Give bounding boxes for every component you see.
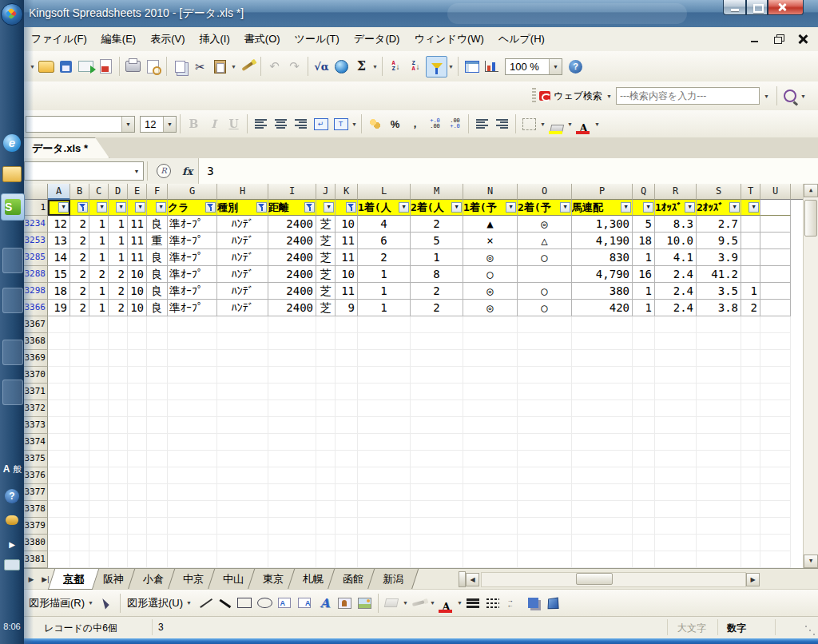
cell-K3377[interactable]: [336, 484, 358, 501]
filter-dropdown-button[interactable]: ▼: [135, 202, 145, 213]
cell-U3379[interactable]: [760, 518, 791, 535]
cell-J3285[interactable]: 芝: [316, 249, 336, 266]
wordart-button[interactable]: A: [315, 593, 335, 613]
cell-C3378[interactable]: [89, 501, 109, 518]
cell-T3380[interactable]: [741, 535, 760, 551]
cell-K3380[interactable]: [336, 535, 358, 551]
cell-G3373[interactable]: [168, 417, 217, 434]
cell-K3378[interactable]: [336, 501, 358, 518]
cell-A3367[interactable]: [48, 316, 70, 333]
cell-Q3378[interactable]: [633, 501, 655, 518]
cell-D3371[interactable]: [109, 384, 128, 400]
cell-T3381[interactable]: [741, 551, 760, 568]
cell-M3379[interactable]: [411, 518, 463, 535]
cell-G3368[interactable]: [168, 333, 217, 350]
threed-button[interactable]: [543, 593, 563, 613]
cell-I3369[interactable]: [268, 350, 316, 367]
menu-item[interactable]: 表示(V): [143, 29, 192, 50]
cell-T3377[interactable]: [741, 484, 760, 501]
cell-N3373[interactable]: [463, 417, 518, 434]
scroll-down-button[interactable]: ▼: [804, 555, 818, 568]
increase-indent-button[interactable]: [492, 114, 512, 134]
cell-E3376[interactable]: [128, 467, 147, 484]
cell-Q3367[interactable]: [633, 316, 655, 333]
cell-H3234[interactable]: ﾊﾝﾃﾞ: [217, 216, 268, 233]
cell-A3374[interactable]: [48, 434, 70, 451]
filter-header-cell-D[interactable]: ▼: [109, 200, 128, 216]
cell-N3379[interactable]: [463, 518, 518, 535]
cell-E3377[interactable]: [128, 484, 147, 501]
filter-header-cell-S[interactable]: 2ｵｯｽﾞ▼: [697, 200, 741, 216]
cell-E3367[interactable]: [128, 316, 147, 333]
row-header[interactable]: 3380: [24, 535, 48, 551]
data-table-button[interactable]: [462, 57, 482, 77]
filter-header-cell-K[interactable]: [336, 200, 358, 216]
name-box[interactable]: ▼: [24, 161, 144, 181]
cell-O3373[interactable]: [518, 417, 572, 434]
cell-T3369[interactable]: [741, 350, 760, 367]
cell-M3381[interactable]: [411, 551, 463, 568]
filter-header-cell-E[interactable]: ▼: [128, 200, 147, 216]
cell-O3375[interactable]: [518, 451, 572, 467]
cell-Q3381[interactable]: [633, 551, 655, 568]
row-header[interactable]: 3369: [24, 350, 48, 367]
cell-E3375[interactable]: [128, 451, 147, 467]
cell-Q3380[interactable]: [633, 535, 655, 551]
cell-R3372[interactable]: [655, 400, 697, 417]
zoom-dropdown-icon[interactable]: ▼: [549, 59, 562, 74]
cell-R3288[interactable]: 2.4: [655, 266, 697, 283]
comma-style-button[interactable]: ，: [405, 114, 425, 134]
cell-I3375[interactable]: [268, 451, 316, 467]
cell-P3380[interactable]: [572, 535, 633, 551]
cell-M3369[interactable]: [411, 350, 463, 367]
row-header[interactable]: 3288: [24, 266, 48, 283]
cell-N3371[interactable]: [463, 384, 518, 400]
cell-P3375[interactable]: [572, 451, 633, 467]
cell-U3234[interactable]: [760, 216, 791, 233]
cell-J3380[interactable]: [316, 535, 336, 551]
cell-B3288[interactable]: 2: [70, 266, 89, 283]
cell-F3367[interactable]: [147, 316, 168, 333]
cell-K3253[interactable]: 11: [336, 233, 358, 249]
cell-K3368[interactable]: [336, 333, 358, 350]
cell-P3369[interactable]: [572, 350, 633, 367]
cell-D3372[interactable]: [109, 400, 128, 417]
cell-O3381[interactable]: [518, 551, 572, 568]
cell-D3369[interactable]: [109, 350, 128, 367]
currency-button[interactable]: [365, 114, 385, 134]
menu-item[interactable]: ウィンドウ(W): [407, 29, 490, 50]
filter-dropdown-button[interactable]: ▼: [399, 202, 409, 213]
cell-M3288[interactable]: 8: [411, 266, 463, 283]
web-search-label-dropdown[interactable]: ▼: [606, 86, 613, 106]
scroll-up-button[interactable]: ▲: [804, 184, 818, 197]
cell-B3373[interactable]: [70, 417, 89, 434]
cell-O3234[interactable]: ◎: [518, 216, 572, 233]
cell-L3378[interactable]: [358, 501, 411, 518]
cell-A3372[interactable]: [48, 400, 70, 417]
cell-E3366[interactable]: 10: [128, 300, 147, 316]
line-style-button[interactable]: [463, 593, 483, 613]
cell-M3368[interactable]: [411, 333, 463, 350]
cell-E3371[interactable]: [128, 384, 147, 400]
cell-J3366[interactable]: 芝: [316, 300, 336, 316]
cut-button[interactable]: ✂: [190, 57, 210, 77]
cell-O3288[interactable]: [518, 266, 572, 283]
cell-A3285[interactable]: 14: [48, 249, 70, 266]
taskbar-window-thumb[interactable]: [2, 288, 23, 313]
cell-R3381[interactable]: [655, 551, 697, 568]
cell-T3378[interactable]: [741, 501, 760, 518]
cell-C3371[interactable]: [89, 384, 109, 400]
row-header[interactable]: 3377: [24, 484, 48, 501]
cell-F3234[interactable]: 良: [147, 216, 168, 233]
hyperlink-button[interactable]: [332, 57, 351, 77]
cell-L3366[interactable]: 1: [358, 300, 411, 316]
horizontal-scrollbar[interactable]: [481, 572, 746, 587]
cell-S3380[interactable]: [697, 535, 741, 551]
cell-F3378[interactable]: [147, 501, 168, 518]
cell-R3373[interactable]: [655, 417, 697, 434]
wrap-text-button[interactable]: ↵: [311, 114, 331, 134]
cell-I3288[interactable]: 2400: [268, 266, 316, 283]
cell-O3298[interactable]: ○: [518, 283, 572, 300]
cell-N3376[interactable]: [463, 467, 518, 484]
cell-S3368[interactable]: [697, 333, 741, 350]
